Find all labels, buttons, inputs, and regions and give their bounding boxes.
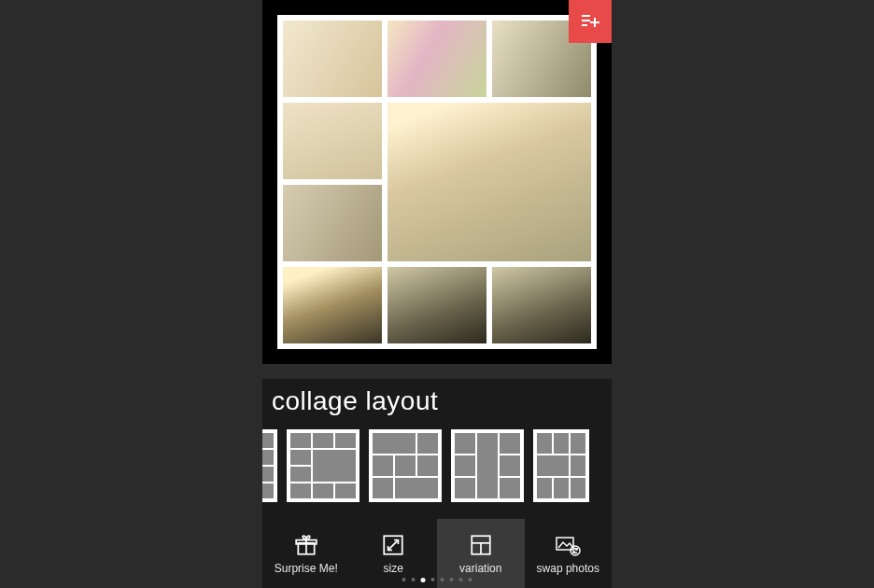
pager-dot[interactable] [441,578,444,581]
pager-dot[interactable] [412,578,416,581]
svg-point-14 [571,546,580,555]
section-gap [262,364,612,379]
collage-tile[interactable] [388,103,591,261]
tab-surprise-me[interactable]: Surprise Me! [262,519,350,588]
svg-line-9 [388,540,399,551]
layout-option[interactable] [262,429,277,502]
gift-icon [293,532,319,558]
pager-dots [402,578,472,582]
layout-option[interactable] [287,429,359,502]
tab-label: size [384,562,403,575]
collage-canvas[interactable] [277,15,597,349]
layout-section: collage layout [262,379,612,519]
resize-icon [380,532,406,558]
add-button[interactable] [569,0,612,43]
tab-label: swap photos [537,562,599,575]
collage-tile[interactable] [283,267,382,343]
collage-tile[interactable] [283,185,382,261]
pager-dot[interactable] [431,578,435,581]
section-title: collage layout [272,386,602,416]
app-screen: collage layout [262,0,612,588]
collage-tile[interactable] [283,103,382,179]
tab-label: variation [459,562,501,575]
layout-strip[interactable] [262,429,602,502]
pager-dot[interactable] [450,578,454,581]
list-plus-icon [579,10,601,33]
layout-option[interactable] [369,429,442,502]
collage-tile[interactable] [388,267,486,343]
collage-tile[interactable] [492,267,591,343]
pager-dot[interactable] [421,578,426,582]
tab-label: Surprise Me! [275,562,338,575]
pager-dot[interactable] [459,578,463,581]
pager-dot[interactable] [469,578,472,581]
collage-preview-area [262,0,612,364]
collage-tile[interactable] [388,21,486,97]
layout-grid-icon [468,532,494,558]
collage-tile[interactable] [283,21,382,97]
swap-photos-icon [555,532,581,558]
layout-option[interactable] [533,429,589,502]
pager-dot[interactable] [402,578,406,581]
tab-swap-photos[interactable]: swap photos [525,519,613,588]
layout-option[interactable] [451,429,524,502]
